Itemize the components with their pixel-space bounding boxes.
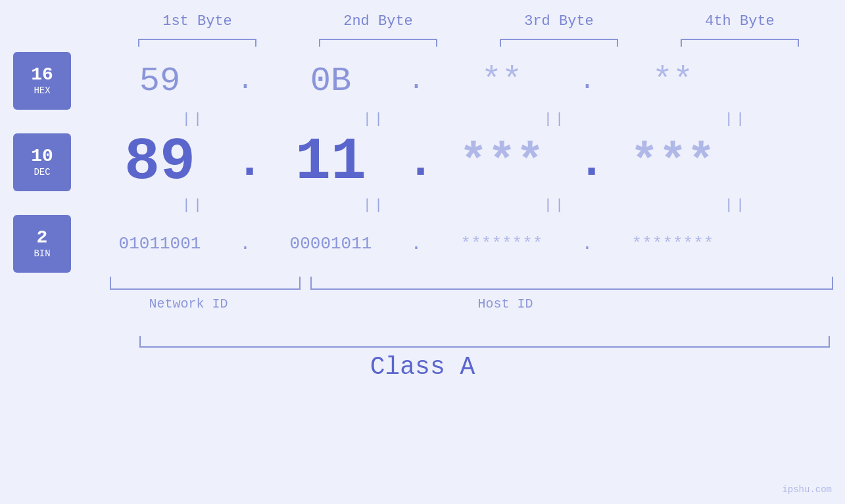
equals-1-b4: || [660,111,811,127]
byte-headers: 1st Byte 2nd Byte 3rd Byte 4th Byte [107,13,831,30]
dec-dot2: . [406,135,426,189]
bracket-4 [674,34,806,47]
bracket-2 [312,34,444,47]
dec-badge-num: 10 [31,147,53,166]
network-bracket [110,277,301,290]
bin-dot2: . [406,234,426,254]
hex-badge: 16 HEX [13,52,71,110]
network-id-label: Network ID [149,296,228,311]
class-label: Class A [0,353,845,381]
equals-2-b2: || [299,197,450,214]
bin-byte1: 01011001 [84,234,235,254]
hex-byte2: 0B [255,62,406,101]
hex-dot3: . [577,66,597,96]
equals-2-b4: || [660,197,811,214]
bin-badge-label: BIN [34,248,50,259]
byte4-header: 4th Byte [674,13,806,30]
hex-dot1: . [235,66,255,96]
dec-dot1: . [235,135,255,189]
equals-2-b3: || [479,197,631,214]
hex-values: 59 . 0B . ** . ** [84,62,832,101]
dec-byte4: *** [597,135,748,189]
main-container: 1st Byte 2nd Byte 3rd Byte 4th Byte 16 H… [0,0,845,504]
dec-badge-label: DEC [34,167,50,177]
hex-byte3: ** [426,62,577,101]
top-brackets [107,34,831,47]
equals-1-b2: || [299,111,450,127]
large-bracket [139,336,830,348]
hex-row: 16 HEX 59 . 0B . ** . ** [0,52,845,110]
hex-byte1: 59 [84,62,235,101]
byte1-header: 1st Byte [132,13,263,30]
bin-row: 2 BIN 01011001 . 00001011 . ******** . *… [0,215,845,273]
host-id-label: Host ID [478,296,533,311]
dec-byte3: *** [426,135,577,189]
equals-row-2: || || || || [103,196,827,215]
equals-row-1: || || || || [103,110,827,129]
hex-byte4: ** [597,62,748,101]
dec-dot3: . [577,135,597,189]
dec-byte2: 11 [255,129,406,196]
bracket-1 [132,34,263,47]
id-labels-row: Network ID Host ID [110,296,833,316]
bin-byte2: 00001011 [255,234,406,254]
dec-row: 10 DEC 89 . 11 . *** . *** [0,129,845,196]
bin-badge-num: 2 [37,229,48,247]
bin-dot1: . [235,234,255,254]
hex-badge-num: 16 [31,66,53,84]
bin-byte4: ******** [597,234,748,254]
bracket-3 [493,34,625,47]
hex-badge-label: HEX [34,85,50,96]
equals-1-b3: || [479,111,631,127]
byte2-header: 2nd Byte [312,13,444,30]
bottom-bracket-container [110,277,833,294]
bin-badge: 2 BIN [13,215,71,273]
dec-byte1: 89 [84,129,235,196]
equals-1-b1: || [118,111,269,127]
watermark: ipshu.com [782,484,832,495]
hex-dot2: . [406,66,426,96]
bin-dot3: . [577,234,597,254]
bin-values: 01011001 . 00001011 . ******** . *******… [84,234,832,254]
dec-badge: 10 DEC [13,133,71,191]
host-bracket [310,277,833,290]
byte3-header: 3rd Byte [493,13,625,30]
dec-values: 89 . 11 . *** . *** [84,129,832,196]
bin-byte3: ******** [426,234,577,254]
equals-2-b1: || [118,197,269,214]
